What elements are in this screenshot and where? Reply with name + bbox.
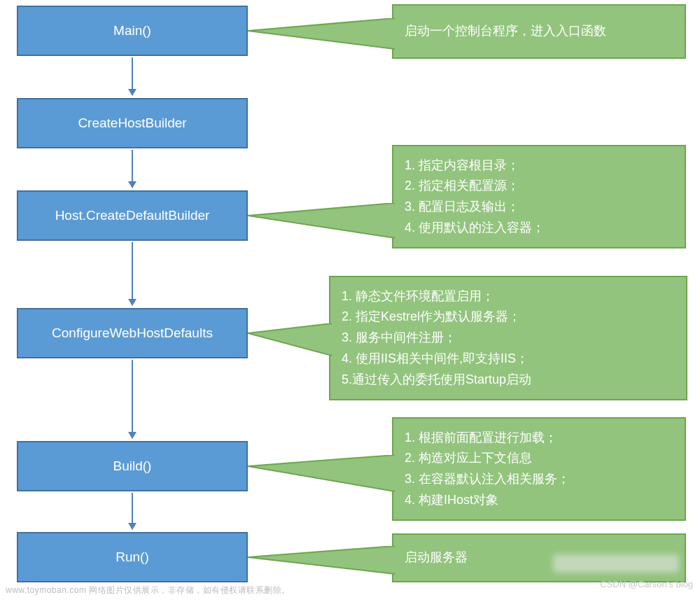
callout-tail-icon xyxy=(248,455,395,501)
flow-cdb-label: Host.CreateDefaultBuilder xyxy=(55,208,210,223)
svg-marker-8 xyxy=(248,546,395,574)
flow-chb-label: CreateHostBuilder xyxy=(78,115,186,131)
callout-line: 3. 服务中间件注册； xyxy=(342,328,675,349)
arrow-down-icon xyxy=(132,493,133,529)
flow-run: Run() xyxy=(17,532,248,582)
watermark-text-right: CSDN @Carson's blog xyxy=(600,579,693,589)
svg-marker-0 xyxy=(248,18,395,49)
callout-cwh: 1. 静态文件环境配置启用； 2. 指定Kestrel作为默认服务器； 3. 服… xyxy=(329,276,687,400)
callout-line: 3. 配置日志及输出； xyxy=(405,197,673,218)
callout-line: 1. 根据前面配置进行加载； xyxy=(405,428,673,449)
flow-build-label: Build() xyxy=(113,458,152,474)
callout-line: 4. 使用默认的注入容器； xyxy=(405,218,673,239)
flow-build: Build() xyxy=(17,441,248,491)
arrow-down-icon xyxy=(132,57,133,95)
callout-tail-icon xyxy=(248,18,395,60)
callout-tail-icon xyxy=(248,323,332,365)
callout-line: 4. 使用IIS相关中间件,即支持IIS； xyxy=(342,349,675,370)
flow-main-label: Main() xyxy=(113,23,151,38)
callout-line: 3. 在容器默认注入相关服务； xyxy=(405,469,673,490)
flow-configure-webhost: ConfigureWebHostDefaults xyxy=(17,308,248,358)
flowchart-diagram: Main() CreateHostBuilder Host.CreateDefa… xyxy=(0,0,700,602)
watermark-text-left: www.toymoban.com 网络图片仅供展示，非存储，如有侵权请联系删除。 xyxy=(6,584,290,596)
callout-cdb: 1. 指定内容根目录； 2. 指定相关配置源； 3. 配置日志及输出； 4. 使… xyxy=(392,145,686,248)
flow-create-host-builder: CreateHostBuilder xyxy=(17,98,248,148)
svg-marker-6 xyxy=(248,455,395,491)
callout-line: 4. 构建IHost对象 xyxy=(405,490,673,511)
callout-line: 2. 指定Kestrel作为默认服务器； xyxy=(342,307,675,328)
arrow-down-icon xyxy=(132,360,133,438)
flow-cwh-label: ConfigureWebHostDefaults xyxy=(52,326,213,341)
callout-line: 1. 静态文件环境配置启用； xyxy=(342,286,675,307)
callout-line: 2. 指定相关配置源； xyxy=(405,176,673,197)
callout-line: 5.通过传入的委托使用Startup启动 xyxy=(342,370,675,391)
callout-main: 启动一个控制台程序，进入入口函数 xyxy=(392,4,686,59)
callout-line: 2. 构造对应上下文信息 xyxy=(405,448,673,469)
flow-create-default-builder: Host.CreateDefaultBuilder xyxy=(17,190,248,241)
blurred-watermark xyxy=(553,554,679,573)
arrow-down-icon xyxy=(132,150,133,188)
arrow-down-icon xyxy=(132,242,133,305)
flow-main: Main() xyxy=(17,6,248,56)
callout-build: 1. 根据前面配置进行加载； 2. 构造对应上下文信息 3. 在容器默认注入相关… xyxy=(392,417,686,521)
callout-line: 1. 指定内容根目录； xyxy=(405,155,673,176)
svg-marker-2 xyxy=(248,203,395,238)
callout-line: 启动一个控制台程序，进入入口函数 xyxy=(405,21,673,42)
callout-tail-icon xyxy=(248,546,395,582)
callout-tail-icon xyxy=(248,203,395,248)
flow-run-label: Run() xyxy=(115,550,149,565)
svg-marker-4 xyxy=(248,323,332,356)
